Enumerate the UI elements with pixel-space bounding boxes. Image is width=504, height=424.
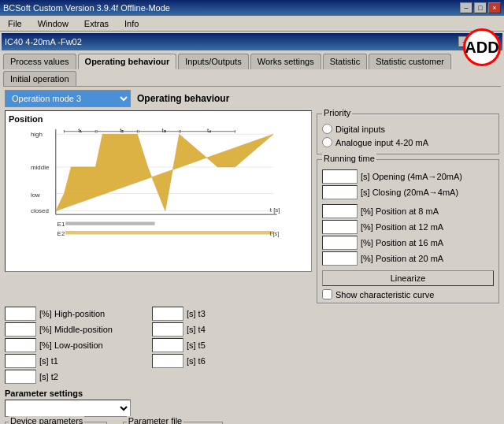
pos-16ma-input[interactable] (322, 236, 358, 250)
high-position-row: [%] High-position (5, 307, 113, 321)
maximize-button[interactable]: □ (474, 2, 487, 13)
t3-label: [s] t3 (187, 309, 206, 318)
menu-info[interactable]: Info (120, 17, 143, 30)
param-settings-label: Parameter settings (5, 389, 499, 398)
svg-text:t₃: t₃ (161, 127, 165, 134)
pos-12ma-row: [%] Position at 12 mA (322, 220, 494, 234)
menu-extras[interactable]: Extras (80, 17, 113, 30)
tab-operating-behaviour[interactable]: Operating behaviour (78, 54, 177, 69)
window-title-bar: IC40 4-20mA -Fw02 – □ × (2, 33, 502, 50)
closing-time-input[interactable] (322, 185, 358, 199)
add-logo: ADD (463, 28, 501, 66)
main-content: Operation mode 3 Operating behaviour Pos… (0, 87, 504, 424)
t5-input[interactable] (152, 338, 183, 352)
middle-position-label: [%] Middle-position (39, 325, 113, 334)
high-position-input[interactable] (5, 307, 36, 321)
closing-time-label: [s] Closing (20mA→4mA) (361, 188, 458, 197)
linearize-button[interactable]: Linearize (322, 270, 494, 286)
param-settings-dropdown[interactable] (5, 400, 131, 417)
content-row: Position high middle low closed t [s (5, 110, 499, 303)
t2-label: [s] t2 (39, 372, 58, 381)
svg-text:closed: closed (31, 207, 49, 214)
radio-digital-label: Digital inputs (335, 125, 385, 134)
t4-input[interactable] (152, 322, 183, 337)
priority-label: Priority (322, 108, 352, 117)
t2-input[interactable] (5, 370, 36, 384)
svg-text:t₂: t₂ (120, 127, 124, 134)
tab-inputs-outputs[interactable]: Inputs/Outputs (178, 54, 249, 69)
fields-col-2: [s] t3 [s] t4 [s] t5 [s] t6 (152, 307, 206, 384)
operating-behaviour-label: Operating behaviour (137, 93, 229, 104)
tab-process-values[interactable]: Process values (3, 54, 76, 69)
pos-12ma-input[interactable] (322, 220, 358, 234)
pos-20ma-row: [%] Position at 20 mA (322, 251, 494, 266)
t6-row: [s] t6 (152, 354, 206, 368)
middle-position-row: [%] Middle-position (5, 322, 113, 337)
device-params-label: Device parameters (9, 416, 84, 424)
svg-text:t [s]: t [s] (270, 206, 280, 214)
pos-8ma-input[interactable] (322, 204, 358, 218)
radio-analogue: Analogue input 4-20 mA (322, 137, 494, 147)
t6-input[interactable] (152, 354, 183, 368)
pos-12ma-label: [%] Position at 12 mA (361, 222, 443, 232)
svg-text:t₄: t₄ (207, 127, 211, 134)
t1-row: [s] t1 (5, 354, 113, 368)
svg-text:t₁: t₁ (78, 127, 82, 134)
opening-time-label: [s] Opening (4mA→20mA) (361, 172, 462, 181)
pos-20ma-label: [%] Position at 20 mA (361, 254, 443, 263)
param-file-label: Parameter file (127, 416, 183, 424)
bottom-section: [%] High-position [%] Middle-position [%… (5, 307, 499, 384)
low-position-row: [%] Low-position (5, 338, 113, 352)
svg-text:E2: E2 (57, 230, 65, 237)
t3-row: [s] t3 (152, 307, 206, 321)
app-title: BCSoft Custom Version 3.9.4f Offline-Mod… (3, 3, 460, 13)
t4-label: [s] t4 (187, 325, 206, 334)
svg-marker-27 (56, 134, 273, 210)
opening-time-row: [s] Opening (4mA→20mA) (322, 169, 494, 184)
close-button[interactable]: × (488, 2, 501, 13)
radio-digital-inputs-input[interactable] (322, 124, 332, 134)
tabs-container: Process values Operating behaviour Input… (0, 52, 504, 86)
closing-time-row: [s] Closing (20mA→4mA) (322, 185, 494, 199)
chart-title: Position (9, 114, 308, 124)
title-bar-buttons: – □ × (460, 2, 501, 13)
radio-digital-inputs: Digital inputs (322, 124, 494, 134)
minimize-button[interactable]: – (460, 2, 472, 13)
t6-label: [s] t6 (187, 356, 206, 366)
show-curve-checkbox[interactable] (322, 289, 332, 299)
menu-file[interactable]: File (3, 17, 27, 30)
param-settings-section: Parameter settings (5, 389, 499, 417)
title-bar: BCSoft Custom Version 3.9.4f Offline-Mod… (0, 0, 504, 16)
show-curve-row: Show characteristic curve (322, 289, 494, 299)
pos-8ma-label: [%] Position at 8 mA (361, 206, 439, 216)
pos-8ma-row: [%] Position at 8 mA (322, 204, 494, 218)
tab-initial-operation[interactable]: Initial operation (3, 71, 76, 86)
svg-text:E1: E1 (57, 221, 65, 228)
tab-works-settings[interactable]: Works settings (250, 54, 321, 69)
middle-position-input[interactable] (5, 322, 36, 337)
t2-row: [s] t2 (5, 370, 113, 384)
op-header: Operation mode 3 Operating behaviour (5, 90, 499, 107)
t5-row: [s] t5 (152, 338, 206, 352)
tab-statistic[interactable]: Statistic (323, 54, 368, 69)
t5-label: [s] t5 (187, 340, 206, 350)
svg-text:t [s]: t [s] (270, 231, 279, 237)
opening-time-input[interactable] (322, 169, 358, 184)
operation-mode-dropdown[interactable]: Operation mode 3 (5, 90, 131, 107)
high-position-label: [%] High-position (39, 309, 105, 318)
priority-group: Priority Digital inputs Analogue input 4… (317, 113, 499, 154)
menu-window[interactable]: Window (33, 17, 73, 30)
tab-statistic-customer[interactable]: Statistic customer (369, 54, 451, 69)
menu-bar: File Window Extras Info (0, 16, 504, 32)
fields-row: [%] High-position [%] Middle-position [%… (5, 307, 499, 384)
t1-input[interactable] (5, 354, 36, 368)
fields-col-1: [%] High-position [%] Middle-position [%… (5, 307, 113, 384)
low-position-input[interactable] (5, 338, 36, 352)
t3-input[interactable] (152, 307, 183, 321)
radio-analogue-input[interactable] (322, 137, 332, 147)
svg-text:middle: middle (31, 164, 50, 171)
chart-area: Position high middle low closed t [s (5, 110, 312, 272)
pos-20ma-input[interactable] (322, 251, 358, 266)
svg-text:high: high (31, 131, 43, 138)
pos-16ma-row: [%] Position at 16 mA (322, 236, 494, 250)
